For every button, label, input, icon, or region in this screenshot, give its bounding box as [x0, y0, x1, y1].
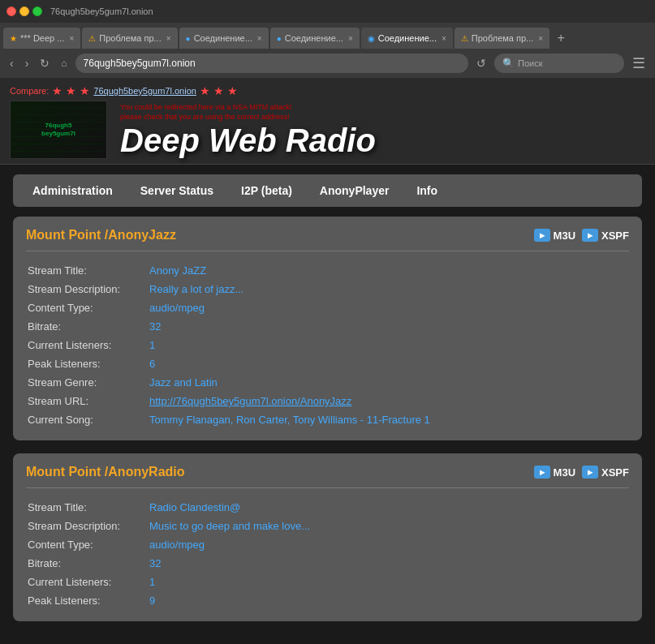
site-title: Deep Web Radio	[120, 124, 376, 157]
maximize-button[interactable]: □	[32, 6, 42, 16]
page-header: Compare: ★ ★ ★ 76qugh5bey5gum7l.onion ★ …	[0, 78, 655, 165]
page-content: Compare: ★ ★ ★ 76qugh5bey5gum7l.onion ★ …	[0, 78, 655, 644]
back-button[interactable]: ‹	[6, 55, 17, 71]
field-value: Music to go deep and make love...	[148, 517, 629, 535]
mount-xspf-radio[interactable]: ▶ XSPF	[582, 466, 629, 479]
tab-5[interactable]: ◉ Соединение... ×	[361, 28, 453, 49]
table-row: Bitrate: 32	[26, 317, 629, 336]
play-icon-xspf-jazz: ▶	[582, 229, 598, 242]
tab-4[interactable]: ● Соединение... ×	[270, 28, 360, 49]
nav-item-info[interactable]: Info	[403, 178, 450, 204]
tab-1[interactable]: ★ *** Deep ... ×	[3, 28, 80, 49]
home-button[interactable]: ⌂	[58, 56, 70, 71]
m3u-label: M3U	[554, 466, 575, 479]
compare-url[interactable]: 76qugh5bey5gum7l.onion	[93, 86, 196, 96]
forward-button[interactable]: ›	[22, 55, 32, 71]
table-row: Stream Description: Really a lot of jazz…	[26, 280, 629, 298]
address-bar: ‹ › ↻ ⌂ 76qugh5bey5gum7l.onion ↺ 🔍 Поиск…	[0, 49, 655, 78]
field-label: Stream Genre:	[26, 373, 148, 392]
tab-warning-icon: ⚠	[88, 34, 96, 43]
tab-label: Соединение...	[285, 33, 343, 43]
mount-card-anony-radio: Mount Point /AnonyRadio ▶ M3U ▶ XSPF Str…	[13, 453, 642, 621]
field-value: Really a lot of jazz...	[148, 280, 629, 298]
star-6: ★	[227, 84, 238, 97]
nav-item-anonyplayer[interactable]: AnonyPlayer	[307, 178, 403, 204]
tab-label: Проблема пр...	[472, 33, 533, 43]
compare-label: Compare:	[10, 86, 49, 96]
tab-favicon: ●	[186, 34, 191, 43]
table-row: Stream Description: Music to go deep and…	[26, 517, 629, 535]
stream-url-jazz[interactable]: http://76qugh5bey5gum7l.onion/AnonyJazz	[148, 392, 629, 410]
window-title: 76qugh5bey5gum7l.onion	[50, 6, 153, 16]
nav-item-administration[interactable]: Administration	[19, 178, 126, 204]
tabs-bar: ★ *** Deep ... × ⚠ Проблема пр... × ● Со…	[0, 23, 655, 49]
tab-close-icon[interactable]: ×	[257, 34, 262, 43]
nav-label: AnonyPlayer	[320, 184, 390, 197]
field-label: Current Listeners:	[26, 573, 148, 591]
table-row: Stream Genre: Jazz and Latin	[26, 373, 629, 392]
field-label: Content Type:	[26, 298, 148, 317]
mount-m3u-jazz[interactable]: ▶ M3U	[534, 229, 575, 242]
minimize-button[interactable]: −	[19, 6, 29, 16]
nav-menu: Administration Server Status I2P (beta) …	[13, 174, 642, 207]
field-value: Radio Clandestin@	[148, 498, 629, 517]
mount-m3u-radio[interactable]: ▶ M3U	[534, 466, 575, 479]
tab-close-icon[interactable]: ×	[348, 34, 353, 43]
star-2: ★	[66, 84, 76, 97]
tab-3[interactable]: ● Соединение... ×	[179, 28, 269, 49]
field-value: 32	[148, 317, 629, 336]
header-content: 76qugh5bey5gum7l You could be redirected…	[10, 101, 645, 159]
table-row: Current Listeners: 1	[26, 573, 629, 591]
current-song-jazz: Tommy Flanagan, Ron Carter, Tony William…	[148, 410, 629, 429]
refresh-icon[interactable]: ↺	[473, 55, 489, 71]
field-label: Bitrate:	[26, 554, 148, 573]
mount-card-anony-jazz: Mount Point /AnonyJazz ▶ M3U ▶ XSPF Stre…	[13, 217, 642, 440]
tab-2[interactable]: ⚠ Проблема пр... ×	[82, 28, 177, 49]
star-3: ★	[80, 84, 90, 97]
field-label: Stream Description:	[26, 517, 148, 535]
compare-bar: Compare: ★ ★ ★ 76qugh5bey5gum7l.onion ★ …	[10, 84, 645, 97]
field-label: Stream URL:	[26, 392, 148, 410]
tab-close-icon[interactable]: ×	[166, 34, 171, 43]
table-row: Content Type: audio/mpeg	[26, 535, 629, 554]
reload-button[interactable]: ↻	[37, 55, 53, 71]
tab-close-icon[interactable]: ×	[538, 34, 543, 43]
field-label: Peak Listeners:	[26, 591, 148, 610]
browser-menu-button[interactable]: ☰	[629, 53, 649, 74]
field-value: audio/mpeg	[148, 535, 629, 554]
nav-item-i2p[interactable]: I2P (beta)	[228, 178, 305, 204]
tab-6[interactable]: ⚠ Проблема пр... ×	[455, 28, 549, 49]
search-placeholder: Поиск	[518, 58, 542, 68]
tab-close-icon[interactable]: ×	[442, 34, 446, 43]
stream-table-jazz: Stream Title: Anony JaZZ Stream Descript…	[26, 261, 629, 429]
search-icon: 🔍	[502, 58, 515, 69]
table-row: Peak Listeners: 9	[26, 591, 629, 610]
field-value: 6	[148, 354, 629, 373]
url-input[interactable]: 76qugh5bey5gum7l.onion	[75, 54, 468, 73]
tab-close-icon[interactable]: ×	[69, 34, 74, 43]
tab-label: Соединение...	[194, 33, 252, 43]
xspf-label: XSPF	[601, 230, 629, 242]
nav-item-server-status[interactable]: Server Status	[127, 178, 226, 204]
table-row: Bitrate: 32	[26, 554, 629, 573]
field-label: Current Song:	[26, 410, 148, 429]
search-box[interactable]: 🔍 Поиск	[494, 54, 624, 73]
field-value: Anony JaZZ	[148, 261, 629, 280]
field-value: 9	[148, 591, 629, 610]
title-bar: × − □ 76qugh5bey5gum7l.onion	[0, 0, 655, 23]
field-label: Stream Title:	[26, 498, 148, 517]
window-controls[interactable]: × − □	[6, 6, 42, 16]
field-label: Content Type:	[26, 535, 148, 554]
stream-table-radio: Stream Title: Radio Clandestin@ Stream D…	[26, 498, 629, 610]
star-4: ★	[200, 84, 210, 97]
mount-xspf-jazz[interactable]: ▶ XSPF	[582, 229, 629, 242]
table-row: Stream Title: Anony JaZZ	[26, 261, 629, 280]
mount-title-radio: Mount Point /AnonyRadio	[26, 465, 185, 479]
mount-title-jazz: Mount Point /AnonyJazz	[26, 228, 176, 243]
close-button[interactable]: ×	[6, 6, 16, 16]
field-value: audio/mpeg	[148, 298, 629, 317]
new-tab-button[interactable]: +	[551, 28, 571, 49]
tab-favicon-active: ◉	[368, 34, 375, 43]
table-row: Stream Title: Radio Clandestin@	[26, 498, 629, 517]
play-icon-m3u-jazz: ▶	[534, 229, 550, 242]
